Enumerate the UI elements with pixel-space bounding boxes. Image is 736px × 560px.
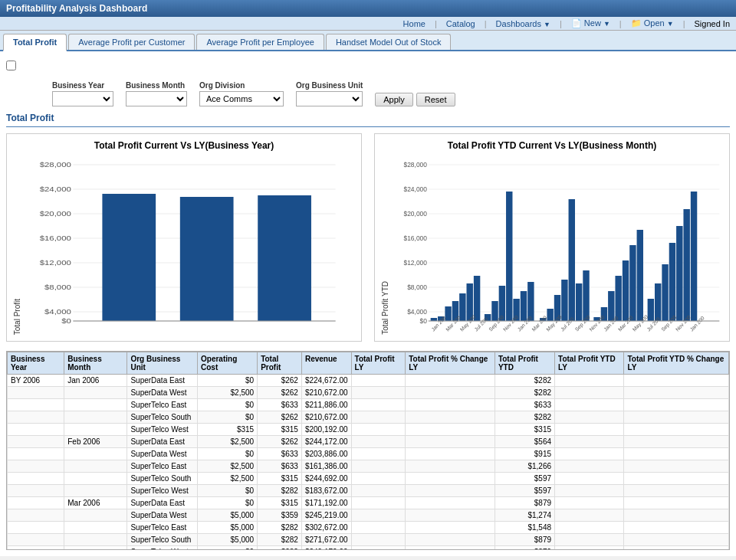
- table-cell: [406, 546, 495, 551]
- nav-dashboards[interactable]: Dashboards ▼: [496, 19, 550, 28]
- svg-text:$28,000: $28,000: [403, 161, 427, 169]
- nav-separator-4: |: [619, 19, 622, 28]
- nav-catalog[interactable]: Catalog: [446, 19, 475, 28]
- table-cell: [351, 497, 406, 509]
- tab-avg-profit-employee[interactable]: Average Profit per Employee: [196, 34, 324, 50]
- table-cell: [64, 399, 127, 411]
- signed-in-label: Signed In: [695, 19, 730, 28]
- table-row: SuperTelco West$0$282$249,172.00$879: [8, 546, 729, 551]
- svg-text:$12,000: $12,000: [40, 259, 72, 267]
- table-cell: $211,886.00: [301, 399, 351, 411]
- table-cell: Feb 2006: [64, 436, 127, 448]
- table-cell: SuperTelco South: [127, 411, 198, 424]
- right-y-axis-label: Total Profit YTD: [381, 281, 389, 335]
- svg-rect-51: [547, 309, 553, 321]
- table-cell: SuperTelco West: [127, 546, 198, 551]
- table-cell: $1,548: [495, 522, 554, 534]
- svg-rect-53: [561, 280, 567, 321]
- table-cell: [406, 485, 495, 497]
- business-month-select[interactable]: [126, 91, 187, 106]
- table-cell: [555, 546, 624, 551]
- table-cell: [351, 448, 406, 460]
- table-cell: $200,192.00: [301, 424, 351, 436]
- table-cell: [64, 448, 127, 460]
- table-cell: $5,000: [198, 522, 258, 534]
- table-cell: [64, 473, 127, 485]
- table-cell: [624, 497, 729, 509]
- table-cell: [351, 485, 406, 497]
- table-cell: SuperData East: [127, 436, 198, 448]
- new-icon: 📄: [571, 18, 584, 28]
- filters-bar: Business Year Business Month Org Divisio…: [6, 75, 730, 110]
- table-cell: SuperTelco West: [127, 424, 198, 436]
- svg-text:$20,000: $20,000: [403, 210, 427, 218]
- nav-home[interactable]: Home: [403, 19, 426, 28]
- org-business-unit-filter: Org Business Unit: [296, 81, 363, 106]
- org-business-unit-select[interactable]: [296, 91, 363, 106]
- left-chart-inner: $0 $4,000 $8,000 $12,000 $16,000 $20,000…: [25, 157, 355, 335]
- svg-text:$16,000: $16,000: [403, 234, 427, 242]
- nav-new[interactable]: 📄 New ▼: [571, 18, 610, 28]
- reset-button[interactable]: Reset: [416, 93, 455, 106]
- nav-open[interactable]: 📁 Open ▼: [631, 18, 674, 28]
- table-cell: [64, 387, 127, 399]
- table-cell: [406, 375, 495, 387]
- table-cell: SuperData West: [127, 509, 198, 522]
- table-cell: [406, 424, 495, 436]
- table-row: Mar 2006SuperData East$0$315$171,192.00$…: [8, 497, 729, 509]
- table-cell: $282: [258, 522, 302, 534]
- business-year-select[interactable]: [52, 91, 113, 106]
- table-cell: [555, 424, 624, 436]
- table-cell: [406, 497, 495, 509]
- svg-rect-56: [583, 270, 589, 321]
- svg-text:$0: $0: [61, 317, 71, 325]
- table-cell: [351, 436, 406, 448]
- table-cell: [555, 387, 624, 399]
- org-division-select[interactable]: Ace Comms: [199, 91, 284, 106]
- table-cell: $597: [495, 485, 554, 497]
- table-cell: $282: [258, 534, 302, 546]
- table-cell: $0: [198, 546, 258, 551]
- table-cell: [624, 534, 729, 546]
- table-cell: [8, 424, 64, 436]
- table-cell: [555, 399, 624, 411]
- tab-total-profit[interactable]: Total Profit: [3, 34, 67, 51]
- svg-text:$28,000: $28,000: [40, 161, 72, 169]
- section-header: Total Profit: [6, 110, 730, 127]
- col-header-business-year: Business Year: [8, 352, 64, 375]
- svg-rect-63: [637, 230, 643, 321]
- table-cell: $5,000: [198, 509, 258, 522]
- table-cell: SuperData West: [127, 387, 198, 399]
- table-cell: [64, 534, 127, 546]
- svg-rect-60: [615, 276, 621, 321]
- table-cell: $262: [258, 436, 302, 448]
- table-cell: $879: [495, 497, 554, 509]
- table-row: SuperTelco East$0$633$211,886.00$633: [8, 399, 729, 411]
- table-row: SuperData West$2,500$262$210,672.00$282: [8, 387, 729, 399]
- table-cell: [406, 522, 495, 534]
- table-cell: $210,672.00: [301, 387, 351, 399]
- table-cell: SuperTelco East: [127, 522, 198, 534]
- table-cell: $244,692.00: [301, 473, 351, 485]
- table-cell: [406, 509, 495, 522]
- svg-text:$16,000: $16,000: [40, 234, 72, 242]
- checkbox-select[interactable]: [6, 61, 16, 70]
- nav-separator-5: |: [683, 19, 685, 28]
- table-row: SuperTelco South$0$262$210,672.00$282: [8, 411, 729, 424]
- table-row: SuperTelco South$2,500$315$244,692.00$59…: [8, 473, 729, 485]
- svg-rect-62: [629, 245, 636, 321]
- open-chevron-icon: ▼: [667, 20, 674, 28]
- table-cell: [64, 509, 127, 522]
- table-cell: $879: [495, 546, 554, 551]
- table-cell: [555, 485, 624, 497]
- table-cell: $0: [198, 375, 258, 387]
- table-cell: $302,672.00: [301, 522, 351, 534]
- svg-rect-66: [662, 264, 668, 321]
- apply-button[interactable]: Apply: [375, 93, 413, 106]
- table-cell: $2,500: [198, 387, 258, 399]
- org-business-unit-label: Org Business Unit: [296, 81, 363, 90]
- tab-avg-profit-customer[interactable]: Average Profit per Customer: [68, 34, 195, 50]
- table-cell: SuperTelco East: [127, 460, 198, 473]
- svg-text:$0: $0: [420, 317, 428, 325]
- tab-handset-model[interactable]: Handset Model Out of Stock: [326, 34, 452, 50]
